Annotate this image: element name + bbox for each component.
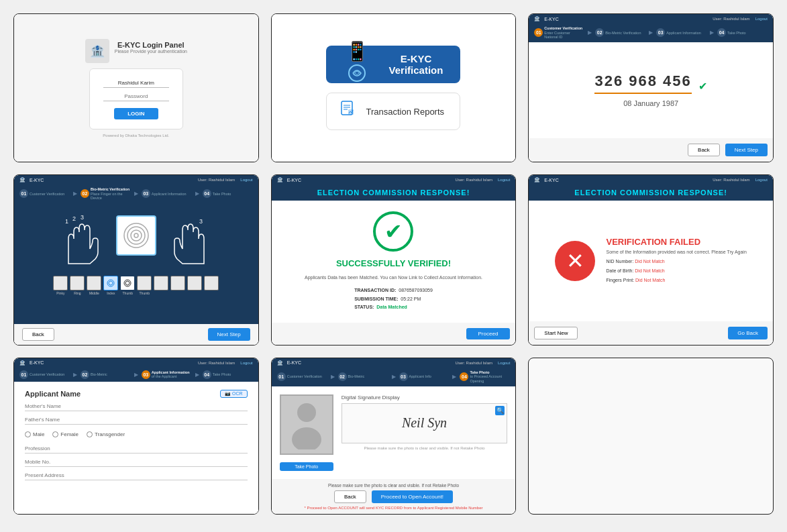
s3-back-button[interactable]: Back — [688, 144, 720, 156]
s8-proceed-button[interactable]: Proceed to Open Account! — [372, 490, 453, 503]
failed-subtitle: Some of the Information provided was not… — [606, 250, 746, 254]
mobile-input[interactable] — [25, 458, 248, 467]
s8-logout-link[interactable]: Logout — [498, 361, 510, 365]
s8-content-area: Take Photo Digital Signature Display Nei… — [272, 386, 516, 479]
s6-start-button[interactable]: Start New — [534, 327, 578, 339]
report-svg — [339, 100, 358, 119]
transgender-radio[interactable]: Transgender — [87, 431, 125, 437]
s3-topbar-links: User: Rashidul Islam Logout — [713, 17, 768, 21]
s4-logout-link[interactable]: Logout — [240, 178, 252, 182]
screen-take-photo: 🏦 E-KYC User: Rashidul Islam Logout 01 C… — [271, 358, 517, 515]
svg-text:2: 2 — [72, 215, 76, 222]
s7-user-label: User: Rashidul Islam — [198, 361, 235, 365]
s8-step-3-num: 03 — [399, 372, 408, 381]
s4-step-4-num: 04 — [203, 189, 211, 198]
s3-user-label: User: Rashidul Islam — [713, 17, 749, 21]
s4-step-2: 02 Bio-Metric Verification Place Finger … — [81, 187, 131, 201]
login-button[interactable]: LOGIN — [114, 108, 158, 119]
screen-customer-verification: 🏦 E-KYC User: Rashidul Islam Logout 01 C… — [528, 13, 774, 162]
ekyc-verification-button[interactable]: 📱 E-KYC Verification — [326, 46, 460, 83]
male-radio[interactable]: Male — [25, 431, 44, 437]
s7-step-4: 04 Take Photo — [203, 370, 253, 379]
fingerprint-box — [116, 215, 156, 256]
gender-radio-row: Male Female Transgender — [25, 431, 248, 437]
svg-point-10 — [127, 227, 145, 244]
s7-ekyc-label: E-KYC — [30, 360, 44, 365]
thumb-boxes-row: Pinky Ring Middle Index — [53, 276, 219, 295]
father-name-input[interactable] — [25, 415, 248, 425]
father-name-field — [25, 415, 248, 425]
verified-check-icon: ✔ — [698, 80, 707, 93]
address-input[interactable] — [25, 471, 248, 480]
s6-ekyc-label: E-KYC — [544, 178, 558, 182]
s4-back-button[interactable]: Back — [22, 328, 54, 341]
dob-display: 08 January 1987 — [623, 99, 678, 107]
male-label: Male — [33, 431, 44, 437]
svg-text:1: 1 — [65, 218, 68, 225]
report-label: Transaction Reports — [366, 107, 444, 117]
female-label: Female — [60, 431, 78, 437]
s8-step-1-num: 01 — [277, 372, 286, 381]
s8-step-4-num: 04 — [460, 372, 468, 381]
svg-point-12 — [134, 233, 138, 237]
signature-area: Digital Signature Display Neil Syn 🔍 Ple… — [342, 394, 508, 450]
svg-point-18 — [297, 403, 316, 422]
s8-back-button[interactable]: Back — [334, 490, 366, 503]
step-1: 01 Customer Verification Enter Customer … — [534, 26, 584, 40]
s4-content-area: 1 2 3 — [14, 203, 258, 324]
failed-details: NID Number: Did Not Match Date of Birth:… — [606, 257, 746, 285]
s4-step-1-num: 01 — [19, 189, 28, 198]
s7-logo: 🏦 — [19, 360, 25, 366]
s5-logo: 🏦 — [277, 177, 283, 182]
female-radio[interactable]: Female — [52, 431, 78, 437]
svg-point-19 — [292, 427, 321, 449]
s6-back-button[interactable]: Go Back — [728, 327, 768, 339]
s8-footer: Please make sure the photo is clear and … — [272, 479, 516, 514]
screen-failed: 🏦 E-KYC User: Rashidul Islam Logout ELEC… — [528, 174, 774, 345]
s8-step-4: 04 Take Photo to Proceed Account Opening — [460, 370, 510, 384]
s3-steps-bar: 01 Customer Verification Enter Customer … — [529, 23, 773, 42]
screen-applicant: 🏦 E-KYC User: Rashidul Islam Logout 01 C… — [13, 358, 259, 515]
s7-steps-bar: 01 Customer Verification ▶ 02 Bio-Metric… — [14, 368, 258, 382]
s7-step-2-num: 02 — [81, 370, 89, 379]
transaction-reports-button[interactable]: Transaction Reports — [326, 93, 460, 130]
s5-proceed-button[interactable]: Proceed — [466, 328, 511, 339]
screen-success: 🏦 E-KYC User: Rashidul Islam Logout ELEC… — [271, 174, 517, 345]
s7-step-3: 03 Applicant Information of the Applican… — [142, 370, 192, 379]
thumb-r-box — [137, 276, 152, 290]
s7-logout-link[interactable]: Logout — [240, 361, 252, 365]
password-field[interactable] — [103, 92, 169, 101]
s7-step-4-num: 04 — [203, 370, 211, 379]
fingerprint-svg — [346, 62, 368, 84]
s4-step-3-num: 03 — [142, 189, 150, 198]
profession-input[interactable] — [25, 444, 248, 454]
s8-step-1: 01 Customer Verification — [277, 372, 327, 381]
s6-logout-link[interactable]: Logout — [755, 178, 768, 182]
success-details: TRANSACTION ID: 0876587093059 SUBMISSION… — [354, 286, 433, 312]
s4-step-2-text: Bio-Metric Verification Place Finger on … — [91, 187, 131, 201]
s5-topbar: 🏦 E-KYC User: Rashidul Islam Logout — [272, 175, 516, 184]
s3-logout-link[interactable]: Logout — [755, 17, 768, 21]
ocr-badge[interactable]: 📷 OCR — [220, 390, 248, 398]
s5-user-label: User: Rashidul Islam — [456, 178, 492, 182]
s5-logout-link[interactable]: Logout — [498, 178, 510, 182]
mother-name-input[interactable] — [25, 402, 248, 411]
s8-ekyc-label: E-KYC — [287, 360, 301, 365]
signature-search-button[interactable]: 🔍 — [495, 406, 505, 415]
login-footer: Powered by Dhaka Technologies Ltd. — [103, 134, 169, 138]
s4-topbar: 🏦 E-KYC User: Rashidul Islam Logout — [14, 175, 258, 184]
s4-logo: 🏦 — [19, 177, 25, 182]
s8-steps-bar: 01 Customer Verification ▶ 02 Bio-Metric… — [272, 368, 516, 386]
step-3-num: 03 — [656, 28, 665, 37]
s7-step-3-num: 03 — [142, 370, 150, 379]
photo-box: Take Photo — [280, 394, 333, 471]
s3-content-area: 326 968 456 ✔ 08 January 1987 — [529, 42, 773, 138]
s3-next-button[interactable]: Next Step — [725, 144, 768, 156]
s4-next-button[interactable]: Next Step — [208, 328, 250, 341]
take-photo-button[interactable]: Take Photo — [280, 462, 333, 471]
success-title: SUCCESSFULLY VERIFIED! — [336, 258, 451, 268]
ring-r-box — [187, 276, 202, 290]
photo-frame — [280, 394, 333, 455]
username-field[interactable] — [103, 78, 169, 88]
hands-area: 1 2 3 — [62, 215, 211, 269]
